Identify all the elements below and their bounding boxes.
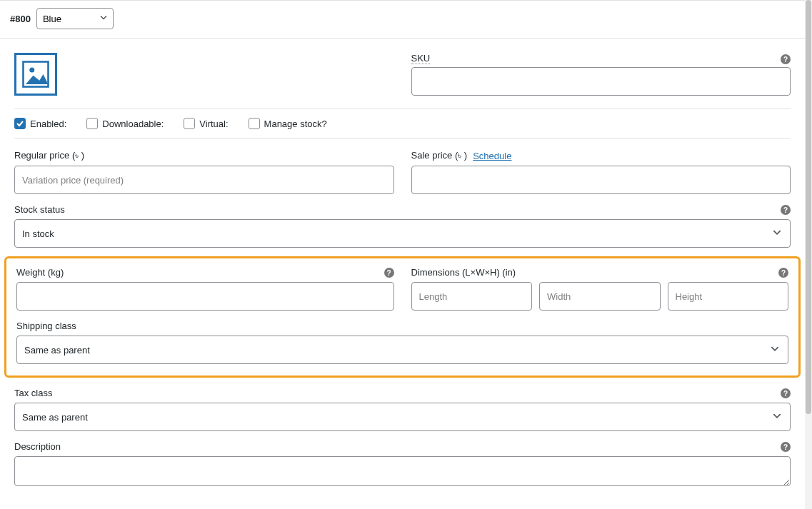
tax-class-label: Tax class bbox=[14, 388, 52, 398]
shipping-highlight: Weight (kg) ? Dimensions (L×W×H) (in) ? bbox=[4, 256, 801, 378]
manage-stock-checkbox[interactable]: Manage stock? bbox=[249, 118, 327, 129]
variation-image-upload[interactable] bbox=[14, 53, 57, 96]
sale-price-input[interactable] bbox=[411, 166, 791, 194]
color-select[interactable]: Blue bbox=[36, 8, 114, 29]
weight-input[interactable] bbox=[16, 282, 394, 311]
stock-status-label: Stock status bbox=[14, 204, 65, 215]
schedule-link[interactable]: Schedule bbox=[473, 151, 511, 161]
sku-input[interactable] bbox=[411, 67, 791, 96]
vertical-scrollbar[interactable] bbox=[805, 0, 812, 509]
variation-header: #800 Blue bbox=[0, 0, 805, 39]
sale-price-label: Sale price (৳ ) bbox=[411, 150, 468, 161]
scrollbar-thumb[interactable] bbox=[806, 0, 811, 414]
enabled-checkbox[interactable]: Enabled: bbox=[14, 118, 66, 129]
downloadable-label: Downloadable: bbox=[102, 119, 164, 129]
help-icon[interactable]: ? bbox=[384, 268, 394, 278]
tax-class-select[interactable]: Same as parent bbox=[14, 403, 791, 431]
shipping-class-label: Shipping class bbox=[16, 321, 76, 331]
color-select-wrap: Blue bbox=[36, 8, 114, 29]
help-icon[interactable]: ? bbox=[781, 388, 791, 398]
length-input[interactable] bbox=[411, 282, 533, 311]
downloadable-checkbox[interactable]: Downloadable: bbox=[86, 118, 164, 129]
help-icon[interactable]: ? bbox=[778, 268, 788, 278]
svg-point-1 bbox=[29, 67, 34, 72]
virtual-checkbox[interactable]: Virtual: bbox=[184, 118, 228, 129]
stock-status-select[interactable]: In stock bbox=[14, 219, 791, 248]
sku-label: SKU bbox=[411, 53, 431, 64]
help-icon[interactable]: ? bbox=[781, 442, 791, 452]
option-checkbox-row: Enabled: Downloadable: Virtual: Manage s… bbox=[14, 109, 791, 138]
enabled-label: Enabled: bbox=[30, 119, 66, 129]
dimensions-label: Dimensions (L×W×H) (in) bbox=[411, 267, 516, 278]
image-placeholder-icon bbox=[21, 59, 51, 89]
shipping-class-select[interactable]: Same as parent bbox=[16, 336, 788, 364]
variation-id: #800 bbox=[10, 14, 31, 24]
width-input[interactable] bbox=[539, 282, 661, 311]
manage-stock-label: Manage stock? bbox=[264, 119, 327, 129]
virtual-label: Virtual: bbox=[199, 119, 228, 129]
height-input[interactable] bbox=[668, 282, 789, 311]
description-label: Description bbox=[14, 441, 61, 452]
help-icon[interactable]: ? bbox=[781, 205, 791, 215]
regular-price-label: Regular price (৳ ) bbox=[14, 150, 84, 161]
description-textarea[interactable] bbox=[14, 456, 791, 486]
weight-label: Weight (kg) bbox=[16, 267, 64, 278]
help-icon[interactable]: ? bbox=[781, 54, 791, 64]
regular-price-input[interactable] bbox=[14, 166, 394, 194]
